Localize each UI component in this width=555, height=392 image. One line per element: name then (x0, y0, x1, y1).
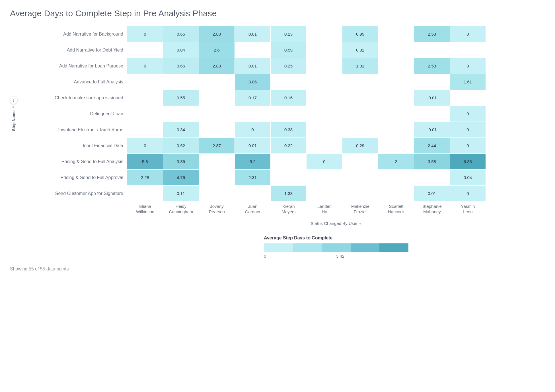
heatmap-cell[interactable] (378, 58, 414, 74)
heatmap-cell[interactable]: 0.04 (163, 42, 199, 58)
heatmap-cell[interactable] (342, 186, 378, 202)
heatmap-cell[interactable]: 1.01 (342, 58, 378, 74)
heatmap-cell[interactable] (307, 138, 342, 154)
heatmap-cell[interactable]: 2.53 (414, 26, 450, 42)
heatmap-cell[interactable]: 3.36 (163, 154, 199, 170)
heatmap-cell[interactable] (378, 186, 414, 202)
heatmap-cell[interactable]: 0.04 (450, 170, 486, 186)
heatmap-cell[interactable] (199, 170, 235, 186)
heatmap-cell[interactable] (378, 106, 414, 122)
heatmap-cell[interactable] (199, 186, 235, 202)
heatmap-cell[interactable]: 0 (450, 26, 486, 42)
heatmap-cell[interactable]: 0.23 (271, 26, 307, 42)
heatmap-cell[interactable]: 4.76 (163, 170, 199, 186)
heatmap-cell[interactable]: 2 (378, 154, 414, 170)
heatmap-cell[interactable] (199, 106, 235, 122)
heatmap-cell[interactable] (307, 42, 342, 58)
heatmap-cell[interactable] (235, 42, 271, 58)
heatmap-cell[interactable]: 0 (450, 58, 486, 74)
heatmap-cell[interactable]: 0.22 (271, 138, 307, 154)
heatmap-cell[interactable]: 0.62 (163, 138, 199, 154)
heatmap-cell[interactable]: 0.34 (163, 122, 199, 138)
heatmap-cell[interactable] (199, 122, 235, 138)
heatmap-cell[interactable] (342, 74, 378, 90)
heatmap-cell[interactable] (199, 154, 235, 170)
heatmap-cell[interactable]: 2.87 (199, 138, 235, 154)
heatmap-cell[interactable]: 0.99 (342, 26, 378, 42)
heatmap-cell[interactable] (163, 74, 199, 90)
heatmap-cell[interactable] (271, 154, 307, 170)
heatmap-cell[interactable]: 0.66 (163, 26, 199, 42)
heatmap-cell[interactable] (127, 90, 163, 106)
heatmap-cell[interactable]: 2.6 (199, 42, 235, 58)
heatmap-cell[interactable] (127, 106, 163, 122)
heatmap-cell[interactable]: 0.01 (235, 138, 271, 154)
heatmap-cell[interactable] (307, 90, 342, 106)
heatmap-cell[interactable] (378, 170, 414, 186)
heatmap-cell[interactable] (414, 106, 450, 122)
heatmap-cell[interactable]: 0.02 (342, 42, 378, 58)
heatmap-cell[interactable]: 6.83 (450, 154, 486, 170)
heatmap-cell[interactable] (378, 42, 414, 58)
heatmap-cell[interactable] (199, 90, 235, 106)
heatmap-cell[interactable] (414, 170, 450, 186)
heatmap-cell[interactable] (342, 122, 378, 138)
heatmap-cell[interactable]: 3.06 (235, 74, 271, 90)
heatmap-cell[interactable] (163, 106, 199, 122)
heatmap-cell[interactable]: 0 (127, 138, 163, 154)
heatmap-cell[interactable] (378, 90, 414, 106)
heatmap-cell[interactable] (307, 26, 342, 42)
heatmap-cell[interactable] (378, 26, 414, 42)
heatmap-cell[interactable] (127, 42, 163, 58)
heatmap-cell[interactable]: 0 (450, 138, 486, 154)
heatmap-cell[interactable]: 2.28 (127, 170, 163, 186)
heatmap-cell[interactable]: 0.25 (271, 58, 307, 74)
heatmap-cell[interactable] (342, 154, 378, 170)
heatmap-cell[interactable]: 5.8 (127, 154, 163, 170)
heatmap-cell[interactable]: 0.59 (271, 42, 307, 58)
heatmap-cell[interactable]: 3.58 (414, 154, 450, 170)
heatmap-cell[interactable]: 0 (450, 122, 486, 138)
heatmap-cell[interactable] (307, 106, 342, 122)
heatmap-cell[interactable]: 0 (450, 186, 486, 202)
heatmap-cell[interactable]: 2.44 (414, 138, 450, 154)
heatmap-cell[interactable]: 0 (127, 26, 163, 42)
heatmap-cell[interactable]: 0 (127, 58, 163, 74)
heatmap-cell[interactable]: 0.66 (163, 58, 199, 74)
heatmap-cell[interactable]: 0 (307, 154, 342, 170)
heatmap-cell[interactable] (342, 90, 378, 106)
heatmap-cell[interactable] (450, 42, 486, 58)
heatmap-cell[interactable]: 2.83 (199, 58, 235, 74)
heatmap-cell[interactable] (235, 186, 271, 202)
heatmap-cell[interactable]: 2.83 (199, 26, 235, 42)
heatmap-cell[interactable] (307, 122, 342, 138)
heatmap-cell[interactable] (307, 170, 342, 186)
heatmap-cell[interactable] (378, 74, 414, 90)
heatmap-cell[interactable] (414, 42, 450, 58)
sort-descending-button[interactable]: ↓ (10, 97, 17, 104)
heatmap-cell[interactable]: 2.31 (235, 170, 271, 186)
heatmap-cell[interactable]: 0.01 (414, 186, 450, 202)
heatmap-cell[interactable]: -0.01 (414, 90, 450, 106)
heatmap-cell[interactable] (127, 186, 163, 202)
heatmap-cell[interactable] (127, 122, 163, 138)
heatmap-cell[interactable] (342, 170, 378, 186)
heatmap-cell[interactable] (307, 74, 342, 90)
heatmap-cell[interactable]: 0 (450, 106, 486, 122)
heatmap-cell[interactable] (271, 74, 307, 90)
heatmap-cell[interactable]: 0 (235, 122, 271, 138)
heatmap-cell[interactable] (127, 74, 163, 90)
heatmap-cell[interactable]: 0.01 (235, 26, 271, 42)
heatmap-cell[interactable] (271, 170, 307, 186)
heatmap-cell[interactable]: 2.53 (414, 58, 450, 74)
heatmap-cell[interactable]: 1.33 (271, 186, 307, 202)
heatmap-cell[interactable] (199, 74, 235, 90)
heatmap-cell[interactable]: 1.61 (450, 74, 486, 90)
heatmap-cell[interactable] (307, 186, 342, 202)
heatmap-cell[interactable] (235, 106, 271, 122)
heatmap-cell[interactable]: 0.01 (235, 58, 271, 74)
heatmap-cell[interactable] (271, 106, 307, 122)
heatmap-cell[interactable] (414, 74, 450, 90)
heatmap-cell[interactable]: 0.55 (163, 90, 199, 106)
heatmap-cell[interactable] (378, 122, 414, 138)
